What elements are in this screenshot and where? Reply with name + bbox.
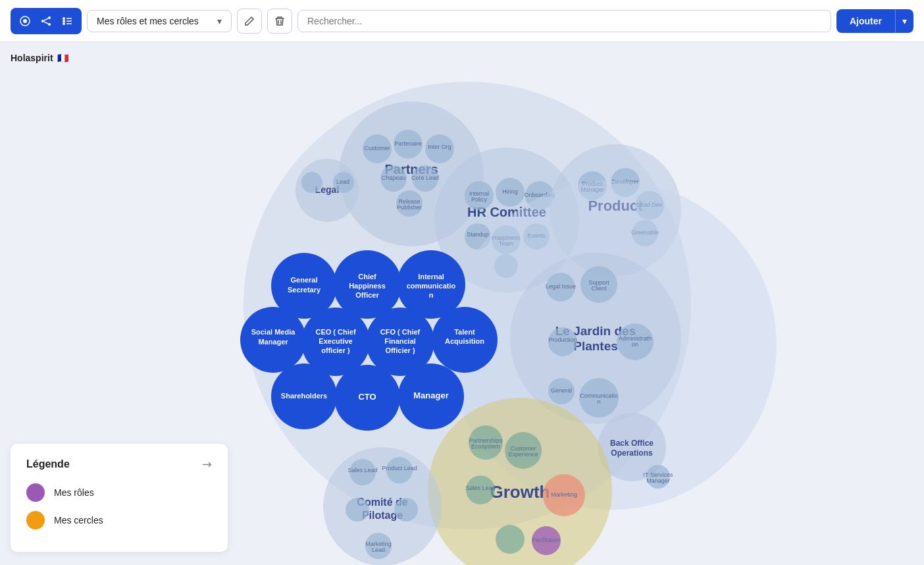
comite-sub5[interactable] (365, 533, 392, 559)
search-input[interactable] (297, 10, 831, 32)
back-office-sub1[interactable] (646, 465, 670, 489)
comite-sub4[interactable] (394, 498, 418, 522)
legend-collapse-btn[interactable]: ↗ (198, 456, 215, 473)
growth-sub3[interactable] (466, 475, 495, 504)
svg-point-2 (41, 20, 44, 22)
growth-sub1[interactable] (469, 425, 503, 460)
delete-button[interactable] (267, 9, 292, 34)
legend-circles-dot (26, 511, 45, 529)
jardin-sub6[interactable] (579, 378, 619, 417)
partners-sub5[interactable] (412, 165, 438, 192)
add-button-arrow[interactable]: ▾ (895, 9, 913, 33)
dropdown-arrow-icon: ▾ (217, 16, 222, 26)
jardin-sub3[interactable] (548, 327, 577, 356)
filter-dropdown[interactable]: Mes rôles et mes cercles ▾ (87, 10, 232, 32)
svg-point-8 (63, 20, 65, 22)
legend-roles-label: Mes rôles (54, 487, 94, 498)
manager-role[interactable] (398, 363, 464, 429)
svg-point-9 (63, 22, 65, 25)
svg-line-6 (44, 22, 48, 24)
legend-title: Légende (26, 458, 70, 470)
graph-view-btn[interactable] (37, 12, 55, 30)
partners-sub1[interactable] (363, 134, 392, 163)
hr-sub2[interactable] (496, 178, 525, 207)
jardin-sub5[interactable] (548, 378, 575, 404)
shareholders-role[interactable] (271, 363, 337, 429)
jardin-sub1[interactable] (546, 273, 575, 302)
hr-sub1[interactable] (465, 181, 494, 210)
legal-sub2[interactable] (333, 172, 354, 193)
legal-sub1[interactable] (301, 172, 322, 193)
jardin-sub4[interactable] (617, 323, 654, 360)
comite-sub2[interactable] (386, 457, 413, 483)
list-view-btn[interactable] (58, 12, 76, 30)
growth-marketing[interactable] (543, 474, 585, 516)
add-button-group[interactable]: Ajouter ▾ (836, 9, 913, 33)
main-content: Holaspirit 🇫🇷 Partners Customer Partenai… (0, 42, 924, 565)
growth-sub5[interactable] (496, 525, 525, 554)
header: Mes rôles et mes cercles ▾ Ajouter ▾ (0, 0, 924, 42)
svg-point-7 (63, 17, 65, 20)
svg-point-4 (48, 23, 51, 26)
edit-button[interactable] (237, 9, 262, 34)
comite-sub3[interactable] (346, 498, 369, 522)
partners-sub4[interactable] (380, 165, 407, 192)
legend: Légende ↗ Mes rôles Mes cercles (11, 444, 228, 552)
view-mode-group (11, 8, 82, 34)
partners-sub2[interactable] (394, 130, 423, 159)
svg-point-1 (23, 19, 27, 23)
svg-point-3 (48, 16, 51, 19)
svg-line-5 (44, 18, 48, 20)
partners-sub6[interactable] (396, 190, 423, 217)
filter-label: Mes rôles et mes cercles (97, 16, 199, 26)
talent-role[interactable] (432, 307, 498, 373)
legend-item-roles: Mes rôles (26, 483, 212, 502)
social-media-role[interactable] (240, 307, 306, 373)
partners-sub3[interactable] (425, 134, 454, 163)
legend-header: Légende ↗ (26, 457, 212, 471)
legend-roles-dot (26, 483, 45, 502)
add-button-main[interactable]: Ajouter (836, 9, 895, 33)
legend-circles-label: Mes cercles (54, 515, 103, 525)
legend-item-circles: Mes cercles (26, 511, 212, 529)
growth-sub4[interactable] (532, 526, 561, 555)
circles-view-btn[interactable] (16, 12, 34, 30)
comite-sub1[interactable] (349, 459, 376, 485)
cto-role[interactable] (334, 365, 400, 431)
growth-sub2[interactable] (505, 432, 542, 469)
jardin-sub2[interactable] (580, 266, 617, 303)
